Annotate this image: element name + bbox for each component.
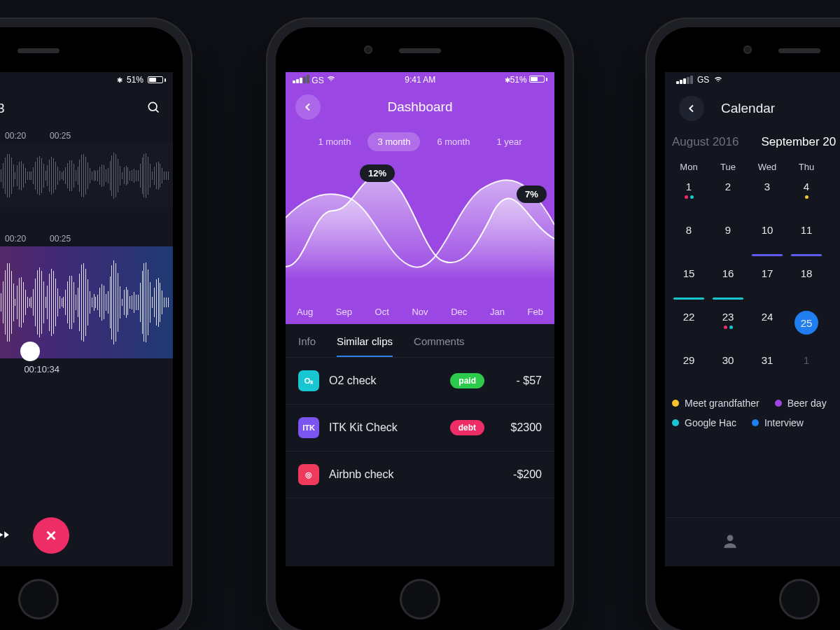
search-icon[interactable]: [146, 100, 160, 117]
calendar-day[interactable]: 1: [669, 178, 708, 214]
track-title: Track4.mp3: [0, 101, 5, 116]
legend-item: Meet grandfather: [672, 398, 760, 409]
chart-x-axis: AugSepOctNovDecJanFeb: [286, 307, 554, 317]
bottom-bar: [665, 517, 840, 566]
timecode-top: 00:10:34: [0, 208, 173, 227]
dashboard-chart[interactable]: 12% 7%: [286, 162, 554, 281]
weekday-header: MonTueWedThu: [669, 159, 840, 178]
transaction-row[interactable]: ITKITK Kit Checkdebt$2300: [286, 405, 554, 451]
ruler-top: 00:1000:15 00:2000:25: [0, 124, 173, 144]
tab-comments[interactable]: Comments: [414, 335, 465, 357]
back-button[interactable]: [679, 96, 704, 121]
calendar-day[interactable]: 11: [787, 221, 826, 258]
svg-point-0: [148, 102, 157, 111]
waveform-main[interactable]: [0, 246, 173, 358]
calendar-day[interactable]: 25: [787, 308, 826, 344]
chart-callout-2: 7%: [517, 186, 547, 203]
page-title: Calendar: [721, 101, 775, 116]
month-current: September 20: [761, 135, 836, 149]
range-1-month[interactable]: 1 month: [308, 132, 360, 151]
txn-badge: debt: [450, 420, 484, 435]
calendar-day[interactable]: 4: [787, 178, 826, 214]
close-button[interactable]: [33, 517, 69, 554]
txn-badge: paid: [450, 373, 484, 388]
transaction-row[interactable]: O₂O2 checkpaid- $57: [286, 358, 554, 405]
range-6-month[interactable]: 6 month: [427, 132, 479, 151]
legend-item: Interview: [752, 417, 804, 428]
calendar-day[interactable]: 22: [669, 308, 708, 344]
txn-name: ITK Kit Check: [329, 421, 440, 434]
calendar-day[interactable]: 3: [748, 178, 787, 214]
txn-icon: O₂: [298, 370, 319, 391]
range-3-month[interactable]: 3 month: [368, 132, 420, 151]
txn-icon: ITK: [298, 417, 319, 438]
txn-icon: ◎: [298, 464, 319, 485]
svg-point-1: [727, 535, 733, 541]
legend-item: Google Hac: [672, 417, 736, 428]
waveform-overview[interactable]: [0, 144, 173, 208]
legend-item: Beer day: [775, 398, 827, 409]
status-bar: GS 9:41 AM: [669, 72, 840, 88]
page-title: Dashboard: [295, 99, 545, 115]
txn-name: O2 check: [329, 374, 440, 387]
transaction-row[interactable]: ◎Airbnb check-$200: [286, 451, 554, 498]
transaction-list: O₂O2 checkpaid- $57ITKITK Kit Checkdebt$…: [286, 358, 554, 498]
phone-dashboard: GS 9:41 AM ✱51% Dashboard 1 month3: [266, 18, 574, 630]
calendar-day[interactable]: 9: [708, 221, 748, 258]
txn-amount: - $57: [494, 374, 542, 387]
profile-icon[interactable]: [721, 532, 739, 553]
calendar-grid: 123489101115161718222324252930311: [669, 178, 840, 388]
calendar-day[interactable]: 30: [708, 351, 748, 388]
next-button[interactable]: [0, 528, 12, 543]
calendar-day[interactable]: 1: [787, 351, 826, 388]
txn-amount: -$200: [494, 468, 542, 481]
timecode-end: 00:10:34: [24, 364, 59, 374]
calendar-legend: Meet grandfatherBeer dayDribbble meetupG…: [669, 388, 840, 438]
calendar-day[interactable]: 31: [748, 351, 787, 388]
chart-callout-1: 12%: [360, 164, 395, 182]
calendar-day[interactable]: 18: [787, 265, 826, 301]
ruler-bottom: 00:1000:15 00:2000:25: [0, 227, 173, 246]
calendar-day[interactable]: 8: [669, 221, 708, 258]
status-battery: 51%: [127, 75, 144, 85]
calendar-day[interactable]: 29: [669, 351, 708, 388]
calendar-day[interactable]: 2: [708, 178, 748, 214]
phone-calendar: GS 9:41 AM Calendar August 2016 Septembe…: [645, 18, 840, 630]
month-selector[interactable]: August 2016 September 20: [669, 130, 840, 159]
tab-similar-clips[interactable]: Similar clips: [337, 335, 393, 357]
transport-controls: [0, 505, 173, 566]
calendar-day[interactable]: 15: [669, 265, 708, 301]
status-bar: 9:41 AM ✱ 51%: [0, 72, 173, 88]
txn-name: Airbnb check: [329, 468, 484, 481]
range-1-year[interactable]: 1 year: [486, 132, 531, 151]
calendar-day[interactable]: 23: [708, 308, 748, 344]
txn-amount: $2300: [494, 421, 542, 434]
tab-info[interactable]: Info: [298, 335, 316, 357]
status-bar: GS 9:41 AM ✱51%: [286, 72, 554, 88]
calendar-day[interactable]: 17: [748, 265, 787, 301]
phone-audio: 9:41 AM ✱ 51% Track4.mp3: [0, 18, 192, 630]
calendar-day[interactable]: 16: [708, 265, 748, 301]
dashboard-tabs: InfoSimilar clipsComments: [286, 324, 554, 358]
calendar-day[interactable]: 24: [748, 308, 787, 344]
calendar-day[interactable]: 10: [748, 221, 787, 258]
time-range-selector: 1 month3 month6 month1 year: [286, 132, 554, 151]
month-prev: August 2016: [672, 135, 738, 149]
status-time: 9:41 AM: [405, 75, 435, 85]
